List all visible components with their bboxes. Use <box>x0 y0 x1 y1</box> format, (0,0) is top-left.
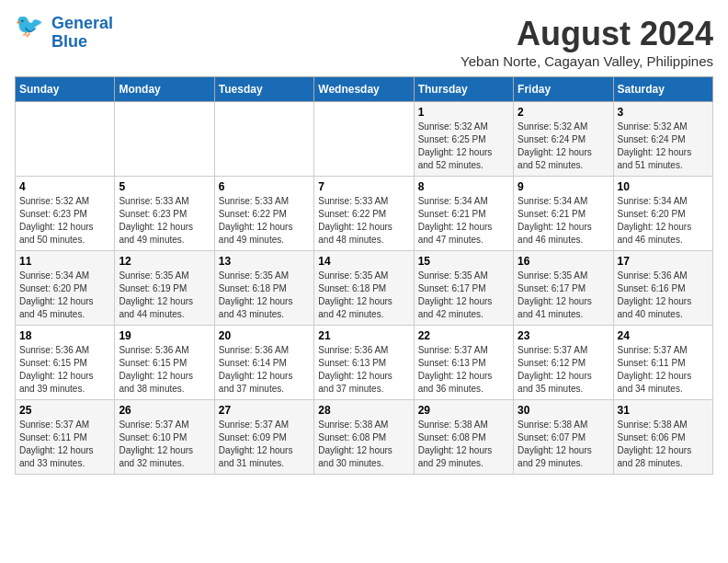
calendar-table: SundayMondayTuesdayWednesdayThursdayFrid… <box>15 76 713 475</box>
day-cell: 8Sunrise: 5:34 AMSunset: 6:21 PMDaylight… <box>414 177 513 251</box>
day-number: 2 <box>518 106 609 119</box>
day-cell: 4Sunrise: 5:32 AMSunset: 6:23 PMDaylight… <box>16 177 115 251</box>
header-cell-wednesday: Wednesday <box>314 77 414 102</box>
day-number: 11 <box>19 255 110 268</box>
day-cell <box>16 102 115 177</box>
day-info: Sunrise: 5:36 AMSunset: 6:14 PMDaylight:… <box>219 344 310 396</box>
day-number: 7 <box>318 180 409 193</box>
day-number: 29 <box>418 404 509 417</box>
day-info: Sunrise: 5:34 AMSunset: 6:21 PMDaylight:… <box>518 195 609 247</box>
logo-icon: 🐦 <box>15 17 48 50</box>
day-number: 23 <box>518 329 609 342</box>
day-info: Sunrise: 5:35 AMSunset: 6:18 PMDaylight:… <box>219 270 310 321</box>
day-info: Sunrise: 5:36 AMSunset: 6:13 PMDaylight:… <box>318 344 409 396</box>
day-info: Sunrise: 5:32 AMSunset: 6:24 PMDaylight:… <box>618 121 709 172</box>
month-year: August 2024 <box>461 15 713 53</box>
day-info: Sunrise: 5:32 AMSunset: 6:24 PMDaylight:… <box>518 121 609 172</box>
day-cell: 5Sunrise: 5:33 AMSunset: 6:23 PMDaylight… <box>115 177 214 251</box>
day-number: 12 <box>119 255 210 268</box>
day-number: 19 <box>119 329 210 342</box>
day-info: Sunrise: 5:38 AMSunset: 6:07 PMDaylight:… <box>518 419 609 470</box>
day-cell: 28Sunrise: 5:38 AMSunset: 6:08 PMDayligh… <box>314 400 414 475</box>
day-number: 17 <box>618 255 709 268</box>
day-cell: 25Sunrise: 5:37 AMSunset: 6:11 PMDayligh… <box>16 400 115 475</box>
day-info: Sunrise: 5:38 AMSunset: 6:06 PMDaylight:… <box>618 419 709 470</box>
svg-text:🐦: 🐦 <box>15 17 44 40</box>
day-number: 5 <box>119 180 210 193</box>
calendar-body: 1Sunrise: 5:32 AMSunset: 6:25 PMDaylight… <box>16 102 713 475</box>
day-cell: 20Sunrise: 5:36 AMSunset: 6:14 PMDayligh… <box>214 326 313 400</box>
day-info: Sunrise: 5:33 AMSunset: 6:22 PMDaylight:… <box>318 195 409 247</box>
day-cell: 26Sunrise: 5:37 AMSunset: 6:10 PMDayligh… <box>115 400 214 475</box>
week-row-3: 11Sunrise: 5:34 AMSunset: 6:20 PMDayligh… <box>16 251 713 326</box>
day-number: 26 <box>119 404 210 417</box>
day-cell: 24Sunrise: 5:37 AMSunset: 6:11 PMDayligh… <box>613 326 712 400</box>
day-info: Sunrise: 5:37 AMSunset: 6:11 PMDaylight:… <box>19 419 110 470</box>
day-cell: 2Sunrise: 5:32 AMSunset: 6:24 PMDaylight… <box>514 102 613 177</box>
page-header: 🐦 General Blue August 2024 Yeban Norte, … <box>15 15 713 69</box>
day-number: 8 <box>418 180 509 193</box>
day-cell <box>314 102 414 177</box>
day-number: 25 <box>19 404 110 417</box>
logo: 🐦 General Blue <box>15 15 113 52</box>
day-cell: 31Sunrise: 5:38 AMSunset: 6:06 PMDayligh… <box>613 400 712 475</box>
header-cell-sunday: Sunday <box>16 77 115 102</box>
day-number: 18 <box>19 329 110 342</box>
header-cell-saturday: Saturday <box>613 77 712 102</box>
day-info: Sunrise: 5:38 AMSunset: 6:08 PMDaylight:… <box>418 419 509 470</box>
week-row-4: 18Sunrise: 5:36 AMSunset: 6:15 PMDayligh… <box>16 326 713 400</box>
day-info: Sunrise: 5:35 AMSunset: 6:18 PMDaylight:… <box>318 270 409 321</box>
day-info: Sunrise: 5:35 AMSunset: 6:17 PMDaylight:… <box>518 270 609 321</box>
day-info: Sunrise: 5:33 AMSunset: 6:23 PMDaylight:… <box>119 195 210 247</box>
day-cell: 7Sunrise: 5:33 AMSunset: 6:22 PMDaylight… <box>314 177 414 251</box>
day-cell: 18Sunrise: 5:36 AMSunset: 6:15 PMDayligh… <box>16 326 115 400</box>
week-row-1: 1Sunrise: 5:32 AMSunset: 6:25 PMDaylight… <box>16 102 713 177</box>
day-cell: 19Sunrise: 5:36 AMSunset: 6:15 PMDayligh… <box>115 326 214 400</box>
day-info: Sunrise: 5:33 AMSunset: 6:22 PMDaylight:… <box>219 195 310 247</box>
day-info: Sunrise: 5:32 AMSunset: 6:25 PMDaylight:… <box>418 121 509 172</box>
day-cell: 22Sunrise: 5:37 AMSunset: 6:13 PMDayligh… <box>414 326 513 400</box>
day-cell: 14Sunrise: 5:35 AMSunset: 6:18 PMDayligh… <box>314 251 414 326</box>
day-cell: 9Sunrise: 5:34 AMSunset: 6:21 PMDaylight… <box>514 177 613 251</box>
day-info: Sunrise: 5:37 AMSunset: 6:12 PMDaylight:… <box>518 344 609 396</box>
day-number: 31 <box>618 404 709 417</box>
day-cell: 17Sunrise: 5:36 AMSunset: 6:16 PMDayligh… <box>613 251 712 326</box>
day-info: Sunrise: 5:34 AMSunset: 6:20 PMDaylight:… <box>19 270 110 321</box>
day-cell: 6Sunrise: 5:33 AMSunset: 6:22 PMDaylight… <box>214 177 313 251</box>
week-row-5: 25Sunrise: 5:37 AMSunset: 6:11 PMDayligh… <box>16 400 713 475</box>
day-info: Sunrise: 5:38 AMSunset: 6:08 PMDaylight:… <box>318 419 409 470</box>
day-cell: 30Sunrise: 5:38 AMSunset: 6:07 PMDayligh… <box>514 400 613 475</box>
day-info: Sunrise: 5:37 AMSunset: 6:11 PMDaylight:… <box>618 344 709 396</box>
day-number: 24 <box>618 329 709 342</box>
day-number: 28 <box>318 404 409 417</box>
day-cell: 1Sunrise: 5:32 AMSunset: 6:25 PMDaylight… <box>414 102 513 177</box>
day-number: 16 <box>518 255 609 268</box>
day-number: 4 <box>19 180 110 193</box>
day-cell: 21Sunrise: 5:36 AMSunset: 6:13 PMDayligh… <box>314 326 414 400</box>
day-cell: 16Sunrise: 5:35 AMSunset: 6:17 PMDayligh… <box>514 251 613 326</box>
day-cell <box>214 102 313 177</box>
day-cell: 23Sunrise: 5:37 AMSunset: 6:12 PMDayligh… <box>514 326 613 400</box>
day-number: 30 <box>518 404 609 417</box>
day-cell: 27Sunrise: 5:37 AMSunset: 6:09 PMDayligh… <box>214 400 313 475</box>
day-number: 14 <box>318 255 409 268</box>
logo-text: General Blue <box>51 15 113 52</box>
day-number: 20 <box>219 329 310 342</box>
day-cell: 15Sunrise: 5:35 AMSunset: 6:17 PMDayligh… <box>414 251 513 326</box>
day-number: 9 <box>518 180 609 193</box>
day-number: 21 <box>318 329 409 342</box>
day-info: Sunrise: 5:36 AMSunset: 6:15 PMDaylight:… <box>19 344 110 396</box>
day-cell <box>115 102 214 177</box>
day-cell: 3Sunrise: 5:32 AMSunset: 6:24 PMDaylight… <box>613 102 712 177</box>
day-info: Sunrise: 5:37 AMSunset: 6:09 PMDaylight:… <box>219 419 310 470</box>
day-info: Sunrise: 5:37 AMSunset: 6:10 PMDaylight:… <box>119 419 210 470</box>
header-cell-thursday: Thursday <box>414 77 513 102</box>
calendar-header: SundayMondayTuesdayWednesdayThursdayFrid… <box>16 77 713 102</box>
title-block: August 2024 Yeban Norte, Cagayan Valley,… <box>461 15 713 69</box>
day-info: Sunrise: 5:34 AMSunset: 6:20 PMDaylight:… <box>618 195 709 247</box>
week-row-2: 4Sunrise: 5:32 AMSunset: 6:23 PMDaylight… <box>16 177 713 251</box>
day-cell: 13Sunrise: 5:35 AMSunset: 6:18 PMDayligh… <box>214 251 313 326</box>
header-row: SundayMondayTuesdayWednesdayThursdayFrid… <box>16 77 713 102</box>
day-cell: 29Sunrise: 5:38 AMSunset: 6:08 PMDayligh… <box>414 400 513 475</box>
day-info: Sunrise: 5:36 AMSunset: 6:15 PMDaylight:… <box>119 344 210 396</box>
